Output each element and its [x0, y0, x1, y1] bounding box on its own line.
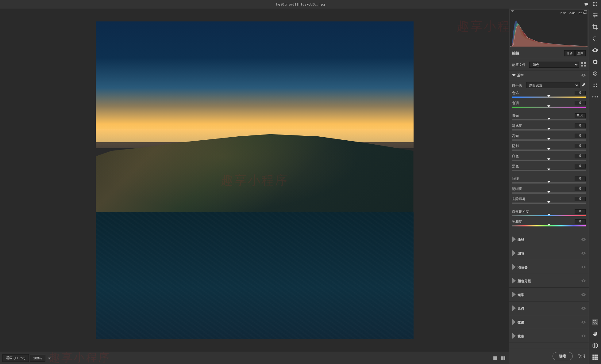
slider-track[interactable] [512, 225, 586, 226]
slider-value[interactable]: 0.00 [575, 113, 586, 118]
slider-thumb[interactable] [547, 158, 550, 160]
eye-icon[interactable] [581, 252, 586, 255]
hand-tool-icon[interactable] [592, 331, 598, 337]
svg-rect-29 [594, 358, 596, 360]
slider-track[interactable] [512, 129, 586, 131]
section-混色器[interactable]: 混色器 [509, 261, 589, 274]
slider-track[interactable] [512, 182, 586, 184]
slider-track[interactable] [512, 160, 586, 161]
slider-value[interactable]: 0 [575, 209, 586, 214]
slider-thumb[interactable] [547, 138, 550, 140]
section-校准[interactable]: 校准 [509, 330, 589, 343]
slider-value[interactable]: 0 [575, 164, 586, 169]
section-几何[interactable]: 几何 [509, 302, 589, 315]
slider-value[interactable]: 0 [575, 144, 586, 148]
svg-point-12 [594, 61, 596, 63]
svg-rect-6 [584, 65, 586, 66]
eye-tool-icon[interactable] [592, 47, 598, 53]
eye-icon[interactable] [581, 320, 586, 324]
slider-track[interactable] [512, 192, 586, 194]
svg-rect-24 [596, 355, 598, 356]
slider-thumb[interactable] [547, 201, 550, 203]
profile-select[interactable]: 颜色 [529, 62, 579, 68]
slider-value[interactable]: 0 [575, 91, 586, 95]
section-细节[interactable]: 细节 [509, 247, 589, 260]
slider-value[interactable]: 0 [575, 219, 586, 224]
bw-button[interactable]: 黑白 [575, 50, 586, 56]
slider-value[interactable]: 0 [575, 176, 586, 181]
histogram[interactable]: R:50 G:88 B:114 [510, 10, 588, 47]
slider-thumb[interactable] [547, 181, 550, 183]
slider-thumb[interactable] [547, 169, 550, 170]
eye-icon[interactable] [581, 279, 586, 283]
eye-icon[interactable] [581, 238, 586, 241]
eye-icon[interactable] [581, 307, 586, 310]
wb-select[interactable]: 原照设置 [526, 82, 580, 88]
chevron-right-icon [512, 305, 516, 312]
zoom-tool-icon[interactable] [592, 319, 598, 325]
adjustments-icon[interactable] [592, 12, 598, 18]
slider-thumb[interactable] [547, 118, 550, 120]
slider-value[interactable]: 0 [575, 134, 586, 138]
toggle-tool-icon[interactable] [592, 343, 598, 349]
slider-track[interactable] [512, 203, 586, 204]
filename: kgj0tnyw011hf0yw8d0c.jpg [276, 2, 325, 6]
slider-value[interactable]: 0 [575, 101, 586, 105]
section-曲线[interactable]: 曲线 [509, 233, 589, 246]
gear-icon[interactable] [584, 2, 589, 7]
view-single-icon[interactable] [493, 356, 497, 360]
zoom-fit-button[interactable]: 适应 (17.2%) [2, 354, 29, 362]
grid-view-icon[interactable] [592, 354, 598, 360]
eye-icon[interactable] [581, 334, 586, 338]
canvas-area[interactable]: 趣享小程序 趣享小程序 [0, 9, 509, 352]
slider-track[interactable] [512, 119, 586, 120]
slider-track[interactable] [512, 107, 586, 108]
eyedropper-icon[interactable] [581, 83, 586, 88]
redeye-icon[interactable] [592, 70, 598, 77]
profile-browse-icon[interactable] [581, 62, 586, 67]
heal-icon[interactable] [592, 36, 598, 42]
slider-thumb[interactable] [547, 214, 550, 216]
slider-track[interactable] [512, 97, 586, 98]
section-颜色分级[interactable]: 颜色分级 [509, 275, 589, 288]
slider-自然饱和度: 自然饱和度0 [512, 209, 586, 216]
slider-thumb[interactable] [547, 128, 550, 130]
eye-icon[interactable] [581, 265, 586, 269]
presets-icon[interactable] [592, 82, 598, 88]
section-效果[interactable]: 效果 [509, 316, 589, 329]
eye-icon[interactable] [581, 293, 586, 297]
slider-thumb[interactable] [547, 224, 550, 226]
slider-去除薄雾: 去除薄雾0 [512, 197, 586, 204]
slider-色温: 色温0 [512, 91, 586, 98]
shadow-clip-icon[interactable] [511, 10, 514, 12]
svg-point-8 [595, 15, 597, 16]
slider-track[interactable] [512, 139, 586, 141]
zoom-dropdown-icon[interactable] [47, 355, 52, 361]
slider-track[interactable] [512, 150, 586, 151]
eye-icon[interactable] [581, 74, 586, 77]
slider-value[interactable]: 0 [575, 123, 586, 128]
crop-icon[interactable] [592, 24, 598, 30]
slider-value[interactable]: 0 [575, 197, 586, 201]
slider-thumb[interactable] [547, 105, 550, 107]
slider-track[interactable] [512, 170, 586, 171]
zoom-100-button[interactable]: 100% [30, 355, 45, 362]
basic-section-header[interactable]: 基本 [509, 70, 589, 80]
profile-row: 配置文件 颜色 [509, 59, 589, 70]
view-split-icon[interactable] [501, 356, 505, 360]
image-preview[interactable]: 趣享小程序 [96, 21, 414, 339]
more-icon[interactable] [592, 94, 598, 100]
cancel-button[interactable]: 取消 [578, 352, 585, 360]
auto-button[interactable]: 自动 [564, 50, 575, 56]
slider-value[interactable]: 0 [575, 154, 586, 158]
slider-thumb[interactable] [547, 191, 550, 193]
mask-icon[interactable] [592, 59, 598, 65]
slider-value[interactable]: 0 [575, 187, 586, 191]
slider-thumb[interactable] [547, 95, 550, 97]
fullscreen-icon[interactable] [593, 2, 597, 7]
ok-button[interactable]: 确定 [553, 352, 573, 360]
section-title: 校准 [518, 334, 581, 339]
section-光学[interactable]: 光学 [509, 288, 589, 301]
slider-track[interactable] [512, 215, 586, 216]
slider-thumb[interactable] [547, 148, 550, 150]
